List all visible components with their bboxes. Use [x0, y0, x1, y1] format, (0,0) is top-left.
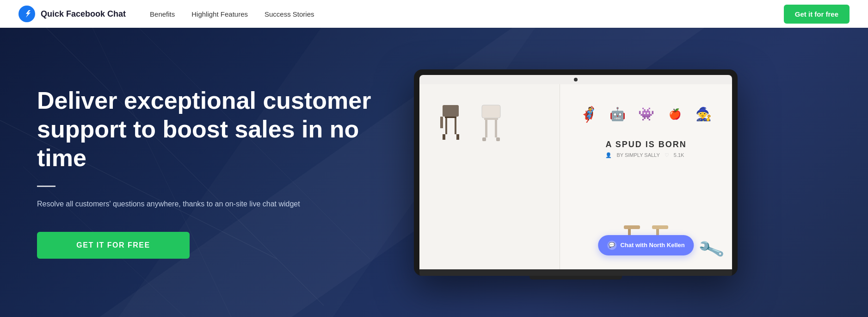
svg-rect-6	[443, 105, 459, 117]
hero-content: Deliver exceptional customer support to …	[37, 86, 384, 259]
product-author-name: BY SIMPLY SALLY	[616, 152, 659, 158]
chair-2-icon	[475, 103, 507, 144]
product-author: 👤	[605, 152, 612, 158]
product-title: A SPUD IS BORN	[605, 140, 686, 149]
nav-success-stories[interactable]: Success Stories	[265, 10, 314, 18]
hero-title: Deliver exceptional customer support to …	[37, 86, 384, 173]
laptop-mockup: 🦸 🤖 👾 🍎 🧙 A SPUD IS BORN	[414, 69, 738, 276]
hero-divider	[37, 186, 55, 187]
character-minion: 👾	[634, 103, 658, 126]
logo-icon	[18, 6, 35, 22]
svg-rect-15	[485, 120, 487, 137]
logo-text: Quick Facebook Chat	[41, 9, 126, 19]
navbar-cta-button[interactable]: Get it for free	[784, 5, 850, 24]
svg-rect-24	[652, 225, 668, 229]
heart-icon: ♡	[665, 152, 669, 158]
product-meta: 👤 BY SIMPLY SALLY ♡ 5.1K	[605, 152, 686, 158]
navbar-right: Get it for free	[784, 5, 850, 24]
hero-cta-button[interactable]: GET IT FOR FREE	[37, 232, 190, 259]
svg-rect-10	[443, 134, 445, 140]
navbar: Quick Facebook Chat Benefits Highlight F…	[0, 0, 868, 28]
svg-rect-9	[455, 118, 456, 134]
swiss-knife-decoration: 🔧	[696, 235, 726, 263]
chat-bubble-text: Chat with North Kellen	[620, 242, 684, 249]
svg-rect-8	[445, 118, 447, 134]
svg-rect-19	[624, 225, 640, 229]
chair-display	[429, 93, 550, 154]
hero-subtitle: Resolve all customers' questions anywher…	[37, 198, 305, 210]
chair-1-icon	[433, 103, 466, 144]
laptop-screen: 🦸 🤖 👾 🍎 🧙 A SPUD IS BORN	[419, 75, 732, 269]
chat-bubble-icon: 💬	[607, 241, 616, 250]
screen-right-panel: 🦸 🤖 👾 🍎 🧙 A SPUD IS BORN	[560, 84, 732, 269]
character-captain: 🦸	[577, 103, 600, 126]
svg-rect-14	[484, 118, 498, 120]
svg-rect-12	[440, 117, 443, 128]
screen-inner: 🦸 🤖 👾 🍎 🧙 A SPUD IS BORN	[419, 75, 732, 269]
chat-bubble: 💬 Chat with North Kellen	[598, 235, 694, 255]
svg-rect-17	[482, 137, 486, 141]
character-yoda: 🧙	[692, 103, 715, 126]
character-apple: 🍎	[663, 103, 686, 126]
hero-section: Deliver exceptional customer support to …	[0, 28, 868, 317]
nav-highlight-features[interactable]: Highlight Features	[191, 10, 248, 18]
main-nav: Benefits Highlight Features Success Stor…	[150, 10, 314, 18]
product-likes: 5.1K	[674, 152, 684, 158]
screen-left-panel	[419, 84, 560, 269]
svg-rect-11	[456, 134, 459, 140]
product-characters: 🦸 🤖 👾 🍎 🧙	[577, 93, 715, 135]
navbar-brand: Quick Facebook Chat Benefits Highlight F…	[18, 6, 314, 22]
character-ironman: 🤖	[606, 103, 629, 126]
svg-rect-16	[495, 120, 497, 137]
svg-rect-7	[445, 117, 456, 118]
svg-rect-13	[482, 105, 500, 118]
product-info: A SPUD IS BORN 👤 BY SIMPLY SALLY ♡ 5.1K	[605, 135, 686, 158]
hero-visual: 🦸 🤖 👾 🍎 🧙 A SPUD IS BORN	[402, 69, 749, 276]
nav-benefits[interactable]: Benefits	[150, 10, 175, 18]
laptop-camera	[574, 78, 578, 81]
svg-rect-18	[496, 137, 500, 141]
laptop-base	[419, 269, 732, 276]
